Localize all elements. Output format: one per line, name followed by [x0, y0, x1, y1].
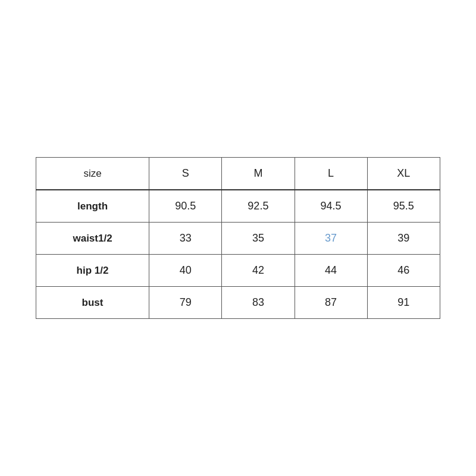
row-waist-label: waist1/2	[36, 223, 149, 255]
table-row: hip 1/2 40 42 44 46	[36, 255, 440, 287]
row-hip-m: 42	[222, 255, 295, 287]
size-header-label: size	[36, 158, 149, 190]
row-hip-label: hip 1/2	[36, 255, 149, 287]
col-xl-header: XL	[367, 158, 440, 190]
row-hip-s: 40	[149, 255, 222, 287]
size-chart-table: size S M L XL length 90.5 92.5 94.5 95.5…	[36, 157, 440, 319]
col-l-header: L	[295, 158, 367, 190]
size-chart-container: size S M L XL length 90.5 92.5 94.5 95.5…	[36, 157, 440, 319]
table-row: bust 79 83 87 91	[36, 287, 440, 319]
row-bust-s: 79	[149, 287, 222, 319]
row-length-label: length	[36, 190, 149, 223]
table-header-row: size S M L XL	[36, 158, 440, 190]
row-waist-l: 37	[295, 223, 367, 255]
row-bust-label: bust	[36, 287, 149, 319]
col-m-header: M	[222, 158, 295, 190]
row-hip-l: 44	[295, 255, 367, 287]
row-length-s: 90.5	[149, 190, 222, 223]
row-bust-xl: 91	[367, 287, 440, 319]
table-row: waist1/2 33 35 37 39	[36, 223, 440, 255]
col-s-header: S	[149, 158, 222, 190]
table-row: length 90.5 92.5 94.5 95.5	[36, 190, 440, 223]
row-bust-l: 87	[295, 287, 367, 319]
row-length-m: 92.5	[222, 190, 295, 223]
row-waist-m: 35	[222, 223, 295, 255]
row-waist-xl: 39	[367, 223, 440, 255]
row-length-xl: 95.5	[367, 190, 440, 223]
row-waist-s: 33	[149, 223, 222, 255]
row-bust-m: 83	[222, 287, 295, 319]
row-hip-xl: 46	[367, 255, 440, 287]
row-length-l: 94.5	[295, 190, 367, 223]
